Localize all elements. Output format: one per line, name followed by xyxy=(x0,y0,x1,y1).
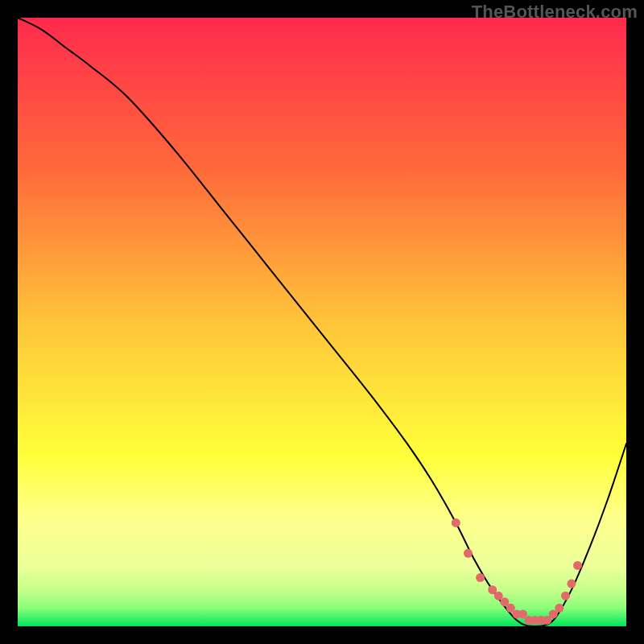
sweet-spot-dot xyxy=(464,549,473,558)
sweet-spot-dot xyxy=(567,580,576,588)
bottleneck-chart xyxy=(0,0,644,644)
sweet-spot-dot xyxy=(561,592,570,601)
sweet-spot-dot xyxy=(555,604,564,613)
sweet-spot-dot xyxy=(476,573,485,582)
sweet-spot-dot xyxy=(573,561,582,570)
sweet-spot-dot xyxy=(452,518,460,527)
chart-background xyxy=(18,18,626,626)
watermark-text: TheBottleneck.com xyxy=(472,2,638,23)
